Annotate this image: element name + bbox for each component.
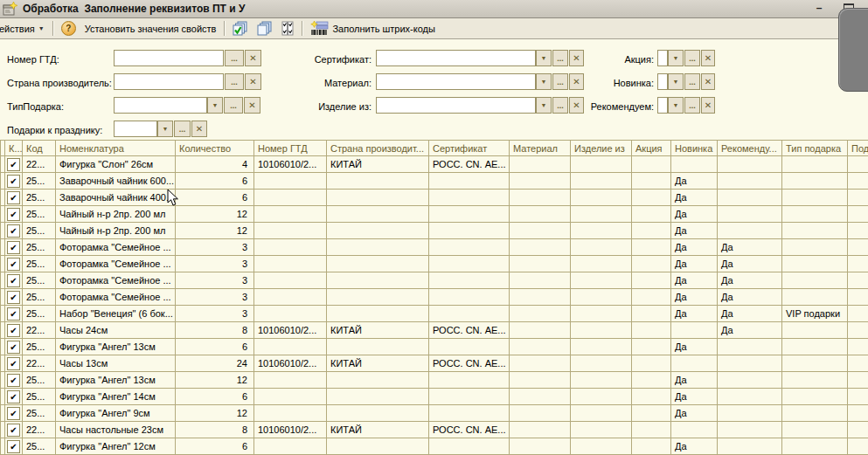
row-checkbox[interactable]: ✔ [7, 341, 20, 354]
cell-overflow[interactable] [848, 389, 868, 405]
row-checkbox[interactable]: ✔ [7, 191, 20, 204]
cell-nomenclature[interactable]: Набор "Венеция" (6 бок... [56, 306, 176, 322]
cell-promo[interactable] [632, 405, 671, 422]
holiday-gifts-ellipsis-button[interactable]: ... [174, 121, 191, 137]
cell-material[interactable] [510, 206, 571, 223]
cell-material[interactable] [510, 389, 571, 405]
cell-code[interactable]: 25... [23, 190, 56, 206]
cell-material[interactable] [510, 306, 571, 322]
cell-gift-type[interactable] [782, 405, 848, 422]
row-checkbox[interactable]: ✔ [7, 307, 20, 321]
cell-code[interactable]: 25... [23, 239, 56, 256]
recommend-dropdown-button[interactable]: ▼ [668, 97, 684, 114]
row-checkbox[interactable]: ✔ [7, 407, 20, 420]
cell-country[interactable]: КИТАЙ [327, 422, 429, 438]
cell-nomenclature[interactable]: Фоторамка "Семейное ... [56, 289, 176, 306]
cell-promo[interactable] [632, 173, 671, 190]
cell-overflow[interactable] [848, 190, 868, 206]
cell-qty[interactable]: 3 [176, 289, 254, 306]
cell-gtd[interactable] [254, 372, 327, 389]
made-of-input[interactable] [376, 97, 536, 114]
cell-gtd[interactable] [254, 173, 327, 190]
cell-made-of[interactable] [571, 322, 632, 339]
cell-qty[interactable]: 6 [176, 339, 254, 355]
cell-nomenclature[interactable]: Фигурка "Ангел" 14см [56, 389, 176, 405]
cell-gift-type[interactable] [782, 289, 848, 306]
cell-novelty[interactable]: Да [671, 256, 718, 272]
cell-promo[interactable] [632, 372, 671, 389]
cell-promo[interactable] [632, 355, 671, 372]
cell-overflow[interactable] [848, 306, 868, 322]
cell-code[interactable]: 25... [23, 306, 56, 322]
gift-type-clear-button[interactable]: ✕ [244, 97, 260, 114]
cell-code[interactable]: 22... [23, 422, 56, 438]
cell-gift-type[interactable] [782, 272, 848, 289]
cell-gift-type[interactable] [782, 223, 848, 239]
cell-nomenclature[interactable]: Фигурка "Ангел" 12см [56, 438, 176, 455]
cell-qty[interactable]: 6 [176, 190, 254, 206]
cell-overflow[interactable] [848, 372, 868, 389]
cell-gift-type[interactable] [782, 372, 848, 389]
cell-novelty[interactable]: Да [671, 239, 718, 256]
cell-country[interactable] [327, 339, 429, 355]
cell-novelty[interactable]: Да [671, 306, 718, 322]
cell-code[interactable]: 25... [23, 389, 56, 405]
row-checkbox[interactable]: ✔ [7, 258, 20, 271]
cell-made-of[interactable] [571, 156, 632, 173]
cell-material[interactable] [510, 223, 571, 239]
cell-gtd[interactable]: 10106010/2... [254, 322, 327, 339]
cell-gtd[interactable] [254, 405, 327, 422]
cell-country[interactable]: КИТАЙ [327, 355, 429, 372]
cell-country[interactable] [327, 306, 429, 322]
cell-nomenclature[interactable]: Фоторамка "Семейное ... [56, 272, 176, 289]
cell-made-of[interactable] [571, 190, 632, 206]
cell-overflow[interactable] [848, 438, 868, 455]
cell-code[interactable]: 25... [23, 223, 56, 239]
gtd-number-ellipsis-button[interactable]: ... [225, 50, 244, 66]
cell-gift-type[interactable] [782, 156, 848, 173]
cell-gift-type[interactable] [782, 322, 848, 339]
cell-qty[interactable]: 3 [176, 239, 254, 256]
cell-promo[interactable] [632, 339, 671, 355]
cell-gtd[interactable] [254, 190, 327, 206]
cell-nomenclature[interactable]: Заварочный чайник 600... [56, 173, 176, 190]
cell-made-of[interactable] [571, 272, 632, 289]
cell-country[interactable] [327, 438, 429, 455]
cell-country[interactable] [327, 173, 429, 190]
cell-made-of[interactable] [571, 206, 632, 223]
gift-type-input[interactable] [114, 97, 207, 114]
cell-recommend[interactable]: Да [718, 322, 782, 339]
cell-nomenclature[interactable]: Фигурка "Слон" 26см [56, 156, 176, 173]
gtd-number-clear-button[interactable]: ✕ [245, 50, 261, 66]
recommend-input[interactable] [657, 97, 668, 114]
cell-certificate[interactable]: РОСС. CN. АЕ... [429, 422, 510, 438]
cell-gift-type[interactable] [782, 422, 848, 438]
cell-overflow[interactable] [848, 422, 868, 438]
cell-made-of[interactable] [571, 339, 632, 355]
cell-recommend[interactable] [718, 372, 782, 389]
cell-nomenclature[interactable]: Фигурка "Ангел" 13см [56, 372, 176, 389]
cell-nomenclature[interactable]: Часы 24см [56, 322, 176, 339]
check-all-button[interactable] [228, 19, 253, 38]
cell-material[interactable] [510, 372, 571, 389]
cell-overflow[interactable] [848, 355, 868, 372]
cell-certificate[interactable] [429, 190, 510, 206]
cell-gift-type[interactable] [782, 256, 848, 272]
cell-overflow[interactable] [848, 272, 868, 289]
novelty-ellipsis-button[interactable]: ... [684, 73, 700, 90]
cell-code[interactable]: 25... [23, 372, 56, 389]
cell-promo[interactable] [632, 239, 671, 256]
cell-country[interactable] [327, 223, 429, 239]
cell-qty[interactable]: 8 [176, 322, 254, 339]
cell-qty[interactable]: 6 [176, 173, 254, 190]
cell-promo[interactable] [632, 256, 671, 272]
cell-novelty[interactable]: Да [671, 372, 718, 389]
cell-certificate[interactable]: РОСС. CN. АЕ... [429, 322, 510, 339]
cell-gtd[interactable] [254, 289, 327, 306]
row-checkbox[interactable]: ✔ [7, 274, 20, 287]
row-checkbox[interactable]: ✔ [7, 224, 20, 238]
novelty-input[interactable] [657, 73, 668, 90]
cell-code[interactable]: 25... [23, 405, 56, 422]
minimize-button[interactable]: – [812, 2, 826, 14]
cell-material[interactable] [510, 256, 571, 272]
